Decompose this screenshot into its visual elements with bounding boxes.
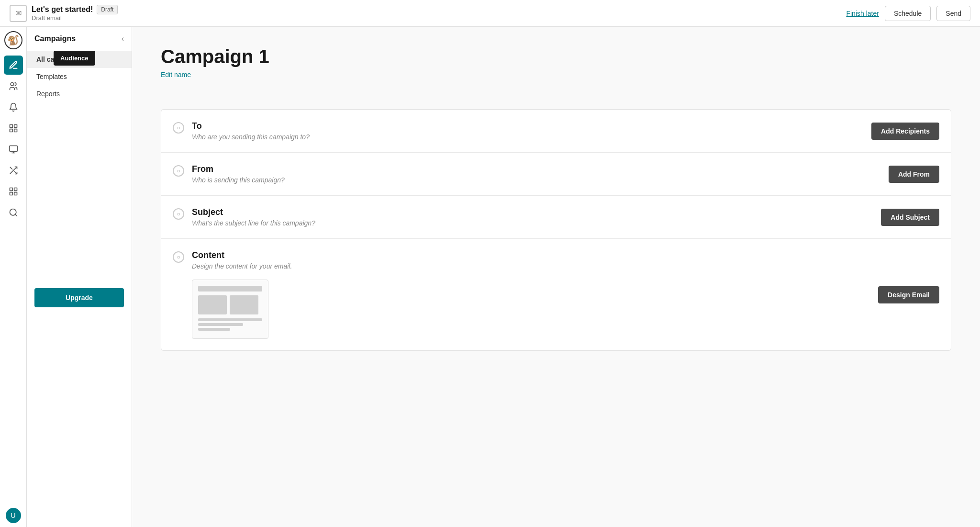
topbar-info: Let's get started! Draft Draft email: [32, 5, 118, 22]
preview-image-row: [198, 295, 262, 314]
audience-tooltip: Audience: [54, 51, 95, 66]
svg-point-0: [11, 83, 14, 86]
svg-rect-5: [9, 146, 17, 152]
svg-rect-2: [14, 125, 17, 128]
step-content-body: Content Design the content for your emai…: [192, 250, 870, 339]
step-to-icon: ○: [173, 122, 184, 134]
campaign-title: Campaign 1: [161, 46, 951, 67]
topbar-right: Finish later Schedule Send: [846, 6, 970, 21]
step-from-title: From: [192, 164, 881, 174]
step-to-desc: Who are you sending this campaign to?: [192, 133, 864, 141]
add-from-button[interactable]: Add From: [889, 166, 939, 183]
svg-rect-13: [14, 192, 17, 195]
send-button[interactable]: Send: [936, 6, 970, 21]
svg-rect-12: [14, 188, 17, 191]
upgrade-button[interactable]: Upgrade: [34, 288, 124, 307]
add-recipients-button[interactable]: Add Recipients: [871, 123, 939, 140]
nav-icon-landing[interactable]: [4, 140, 23, 159]
nav-icon-integrations[interactable]: [4, 161, 23, 180]
nav-icon-search[interactable]: [4, 203, 23, 222]
sidebar-item-reports[interactable]: Reports: [27, 85, 132, 102]
step-from-icon: ○: [173, 165, 184, 177]
preview-line-2: [198, 323, 243, 326]
step-from-body: From Who is sending this campaign?: [192, 164, 881, 184]
layout: 🐒 U Campaigns ‹: [0, 27, 980, 527]
step-content-icon: ○: [173, 251, 184, 263]
step-content-desc: Design the content for your email.: [192, 262, 870, 270]
preview-block-right: [230, 295, 258, 314]
nav-icon-campaigns[interactable]: [4, 56, 23, 75]
collapse-button[interactable]: ‹: [122, 34, 124, 43]
design-email-button[interactable]: Design Email: [878, 286, 939, 303]
step-to-body: To Who are you sending this campaign to?: [192, 121, 864, 141]
email-preview-thumbnail: [192, 280, 268, 339]
nav-icon-audience[interactable]: [4, 77, 23, 96]
step-content: ○ Content Design the content for your em…: [161, 239, 951, 350]
step-from-action: Add From: [889, 166, 939, 183]
draft-badge: Draft: [97, 5, 118, 14]
svg-rect-14: [10, 192, 12, 195]
step-subject-title: Subject: [192, 207, 873, 217]
step-to-title: To: [192, 121, 864, 131]
nav-icon-apps[interactable]: [4, 182, 23, 201]
step-to: ○ To Who are you sending this campaign t…: [161, 110, 951, 153]
reports-label: Reports: [36, 90, 60, 98]
svg-rect-1: [10, 125, 12, 128]
preview-line-1: [198, 318, 262, 321]
main-content: Campaign 1 Edit name ○ To Who are you se…: [132, 27, 980, 527]
nav-icon-automations[interactable]: [4, 98, 23, 117]
sidebar-item-templates[interactable]: Templates: [27, 68, 132, 85]
step-from: ○ From Who is sending this campaign? Add…: [161, 153, 951, 196]
logo-area: 🐒: [4, 31, 23, 50]
user-avatar[interactable]: U: [6, 508, 21, 523]
step-content-title: Content: [192, 250, 870, 260]
step-subject-action: Add Subject: [881, 209, 939, 226]
email-draft-icon: ✉: [10, 5, 27, 22]
topbar: ✉ Let's get started! Draft Draft email F…: [0, 0, 980, 27]
step-content-action: Design Email: [878, 286, 939, 303]
step-subject: ○ Subject What's the subject line for th…: [161, 196, 951, 239]
edit-name-link[interactable]: Edit name: [161, 71, 191, 78]
topbar-subtitle: Draft email: [32, 14, 118, 22]
preview-block-left: [198, 295, 227, 314]
preview-line-3: [198, 328, 230, 331]
icon-rail: 🐒 U: [0, 27, 27, 527]
step-to-action: Add Recipients: [871, 123, 939, 140]
step-subject-body: Subject What's the subject line for this…: [192, 207, 873, 227]
add-subject-button[interactable]: Add Subject: [881, 209, 939, 226]
step-from-desc: Who is sending this campaign?: [192, 176, 881, 184]
mailchimp-logo: 🐒: [4, 31, 22, 49]
steps-container: ○ To Who are you sending this campaign t…: [161, 109, 951, 351]
svg-line-16: [15, 214, 17, 216]
svg-rect-11: [10, 188, 12, 191]
preview-header-bar: [198, 286, 262, 292]
sidebar-panel-title: Campaigns: [34, 34, 76, 43]
nav-icon-content[interactable]: [4, 119, 23, 138]
step-subject-icon: ○: [173, 208, 184, 220]
templates-label: Templates: [36, 73, 67, 80]
svg-rect-3: [10, 129, 12, 132]
step-subject-desc: What's the subject line for this campaig…: [192, 219, 873, 227]
svg-line-10: [10, 167, 12, 169]
topbar-left: ✉ Let's get started! Draft Draft email: [10, 5, 840, 22]
schedule-button[interactable]: Schedule: [885, 6, 931, 21]
finish-later-button[interactable]: Finish later: [846, 10, 879, 17]
topbar-title: Let's get started!: [32, 5, 93, 14]
sidebar-panel: Campaigns ‹ Audience All campaigns Templ…: [27, 27, 132, 527]
svg-rect-4: [14, 129, 17, 132]
